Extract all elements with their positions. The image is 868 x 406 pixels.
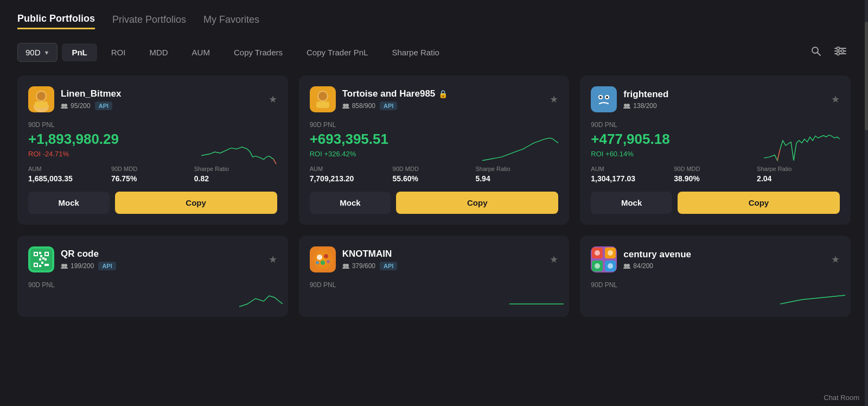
top-tabs: Public Portfolios Private Portfolios My … xyxy=(17,13,851,29)
svg-point-68 xyxy=(595,263,600,269)
svg-rect-11 xyxy=(35,101,48,108)
stat-mdd: 90D MDD 38.90% xyxy=(674,166,757,183)
user-count: 138/200 xyxy=(623,102,656,110)
user-name: frightened xyxy=(623,89,668,100)
pnl-value: +1,893,980.29 xyxy=(28,131,119,148)
avatar xyxy=(310,86,336,112)
svg-point-55 xyxy=(316,261,319,264)
svg-rect-18 xyxy=(316,101,329,108)
svg-point-52 xyxy=(317,255,322,260)
card-header: frightened 138/200 ★ xyxy=(591,86,840,112)
user-info: Tortoise and Hare985 🔒 858/900 API xyxy=(342,88,448,110)
favorite-button[interactable]: ★ xyxy=(831,253,840,265)
action-buttons: Mock Copy xyxy=(310,192,559,214)
user-meta: 95/200 API xyxy=(61,101,121,110)
user-count: 95/200 xyxy=(61,102,91,110)
settings-button[interactable] xyxy=(830,42,851,62)
stat-sharpe: Sharpe Ratio 5.94 xyxy=(475,166,558,183)
api-badge: API xyxy=(380,101,397,110)
favorite-button[interactable]: ★ xyxy=(550,93,558,105)
favorite-button[interactable]: ★ xyxy=(831,93,840,105)
favorite-button[interactable]: ★ xyxy=(269,93,277,105)
pnl-label: 90D PNL xyxy=(310,121,388,129)
user-name: QR code xyxy=(61,249,116,259)
svg-point-66 xyxy=(595,250,600,256)
user-count: 199/200 xyxy=(61,262,94,270)
pnl-row: 90D PNL +1,893,980.29 ROI -24.71% xyxy=(28,121,277,166)
favorite-button[interactable]: ★ xyxy=(550,253,558,265)
copy-button[interactable]: Copy xyxy=(396,192,558,214)
filter-icon xyxy=(834,46,846,56)
svg-point-67 xyxy=(608,250,613,256)
svg-point-48 xyxy=(64,264,67,267)
svg-rect-42 xyxy=(42,257,44,259)
mock-button[interactable]: Mock xyxy=(591,192,672,214)
roi-value: ROI +60.14% xyxy=(591,150,669,158)
filter-mdd[interactable]: MDD xyxy=(139,43,177,61)
card-century-avenue: century avenue 84/200 ★ 90D PNL xyxy=(580,236,851,317)
avatar xyxy=(591,246,617,272)
svg-point-56 xyxy=(327,260,330,263)
user-info: frightened 138/200 xyxy=(623,89,668,110)
filter-sharpe-ratio[interactable]: Sharpe Ratio xyxy=(382,43,449,61)
period-selector[interactable]: 90D ▼ xyxy=(17,43,58,62)
card-tortoise-hare: Tortoise and Hare985 🔒 858/900 API ★ xyxy=(299,75,570,225)
stat-aum: AUM 1,685,003.35 xyxy=(28,166,111,183)
user-count: 379/600 xyxy=(342,262,375,270)
mini-chart xyxy=(509,288,564,309)
user-meta: 199/200 API xyxy=(61,262,116,270)
user-meta: 84/200 xyxy=(623,262,691,270)
filter-roi[interactable]: ROI xyxy=(101,43,136,61)
svg-point-20 xyxy=(346,104,349,107)
action-buttons: Mock Copy xyxy=(28,192,277,214)
avatar xyxy=(591,86,617,112)
svg-point-29 xyxy=(627,104,630,107)
svg-rect-36 xyxy=(46,253,48,255)
user-info: century avenue 84/200 xyxy=(623,249,691,270)
copy-button[interactable]: Copy xyxy=(115,192,277,214)
svg-point-10 xyxy=(37,92,46,100)
chat-room[interactable]: Chat Room xyxy=(815,389,868,406)
user-name: century avenue xyxy=(623,249,691,260)
tab-my-favorites[interactable]: My Favorites xyxy=(203,14,259,29)
user-count: 858/900 xyxy=(342,102,375,110)
svg-point-71 xyxy=(627,264,630,267)
card-header: KNOTMAIN 379/600 API ★ xyxy=(310,246,559,272)
card-user: Tortoise and Hare985 🔒 858/900 API xyxy=(310,86,448,112)
user-info: QR code 199/200 API xyxy=(61,249,116,270)
svg-point-54 xyxy=(321,261,325,265)
search-button[interactable] xyxy=(806,42,826,62)
filter-copy-traders[interactable]: Copy Traders xyxy=(224,43,292,61)
stat-mdd: 90D MDD 76.75% xyxy=(111,166,194,183)
card-user: Linen_Bitmex 95/200 API xyxy=(28,86,121,112)
card-header: Tortoise and Hare985 🔒 858/900 API ★ xyxy=(310,86,559,112)
card-knotmain: KNOTMAIN 379/600 API ★ 90D PNL xyxy=(299,236,570,317)
card-linen-bitmex: Linen_Bitmex 95/200 API ★ xyxy=(17,75,288,225)
bottom-cards-grid: QR code 199/200 API ★ 90D PNL xyxy=(17,236,851,317)
user-count: 84/200 xyxy=(623,262,653,270)
scrollbar[interactable] xyxy=(865,0,868,406)
filter-copy-trader-pnl[interactable]: Copy Trader PnL xyxy=(297,43,378,61)
copy-button[interactable]: Copy xyxy=(678,192,840,214)
mock-button[interactable]: Mock xyxy=(28,192,110,214)
mini-chart xyxy=(239,288,283,309)
scrollbar-thumb xyxy=(865,22,868,130)
tab-public-portfolios[interactable]: Public Portfolios xyxy=(17,13,95,29)
favorite-button[interactable]: ★ xyxy=(269,253,277,265)
svg-point-17 xyxy=(318,92,327,100)
mini-chart xyxy=(780,288,845,309)
mini-chart xyxy=(201,133,277,166)
mini-chart xyxy=(482,133,558,166)
mock-button[interactable]: Mock xyxy=(310,192,391,214)
tab-private-portfolios[interactable]: Private Portfolios xyxy=(112,14,186,29)
svg-point-26 xyxy=(599,96,602,98)
filter-aum[interactable]: AUM xyxy=(182,43,220,61)
svg-rect-38 xyxy=(35,264,37,266)
card-user: century avenue 84/200 xyxy=(591,246,691,272)
filter-pnl[interactable]: PnL xyxy=(62,43,97,61)
search-icon xyxy=(810,46,821,56)
svg-point-13 xyxy=(64,104,67,107)
card-user: KNOTMAIN 379/600 API xyxy=(310,246,398,272)
svg-rect-23 xyxy=(595,91,612,108)
avatar xyxy=(310,246,336,272)
